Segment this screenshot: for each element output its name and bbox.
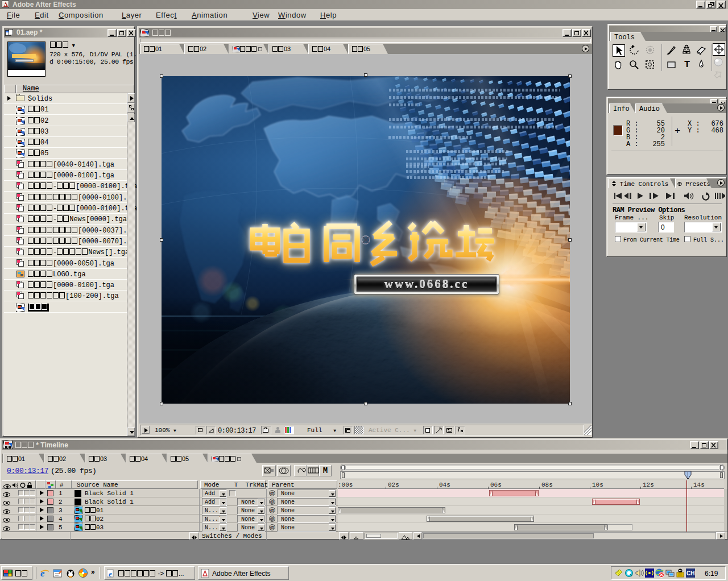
svg-text:e: e — [40, 568, 45, 578]
svg-text:e: e — [109, 570, 112, 578]
svg-text:CH: CH — [686, 570, 694, 576]
